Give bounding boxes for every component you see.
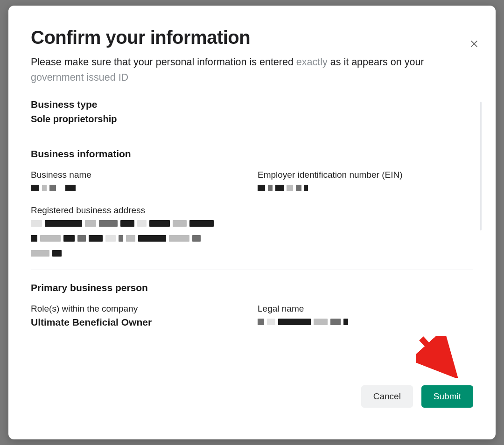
modal-content-scroll: Business type Sole proprietorship Busine… <box>31 99 473 339</box>
role-label: Role(s) within the company <box>31 304 246 314</box>
business-type-heading: Business type <box>31 99 473 110</box>
close-icon <box>469 39 479 49</box>
legal-name-value-redacted <box>258 317 473 327</box>
primary-person-heading: Primary business person <box>31 282 473 293</box>
registered-address-value-redacted <box>31 218 473 258</box>
cancel-button[interactable]: Cancel <box>361 385 413 408</box>
legal-name-field: Legal name <box>258 304 473 328</box>
modal-footer: Cancel Submit <box>361 385 473 408</box>
subtitle-exactly: exactly <box>296 56 328 68</box>
business-name-value-redacted <box>31 183 246 193</box>
section-business-type: Business type Sole proprietorship <box>31 99 473 136</box>
section-business-information: Business information Business name Emplo… <box>31 148 473 270</box>
annotation-arrow-icon <box>416 336 458 378</box>
svg-line-1 <box>421 338 447 366</box>
modal-title: Confirm your information <box>31 27 473 48</box>
section-primary-business-person: Primary business person Role(s) within t… <box>31 282 473 339</box>
role-value: Ultimate Beneficial Owner <box>31 317 246 328</box>
legal-name-label: Legal name <box>258 304 473 314</box>
ein-field: Employer identification number (EIN) <box>258 170 473 193</box>
business-info-heading: Business information <box>31 148 473 160</box>
business-name-field: Business name <box>31 170 246 193</box>
business-name-label: Business name <box>31 170 246 180</box>
close-button[interactable] <box>469 38 480 49</box>
scrollbar-track[interactable] <box>480 102 482 230</box>
submit-button[interactable]: Submit <box>421 385 473 408</box>
registered-address-field: Registered business address <box>31 205 473 258</box>
ein-value-redacted <box>258 183 473 193</box>
subtitle-pre: Please make sure that your personal info… <box>31 56 296 68</box>
business-type-value: Sole proprietorship <box>31 114 473 125</box>
subtitle-gov-id: government issued ID <box>31 72 128 83</box>
subtitle-mid: as it appears on your <box>328 56 424 68</box>
role-field: Role(s) within the company Ultimate Bene… <box>31 304 246 328</box>
modal-subtitle: Please make sure that your personal info… <box>31 55 473 86</box>
registered-address-label: Registered business address <box>31 205 473 216</box>
ein-label: Employer identification number (EIN) <box>258 170 473 180</box>
confirm-information-modal: Confirm your information Please make sur… <box>8 6 496 439</box>
